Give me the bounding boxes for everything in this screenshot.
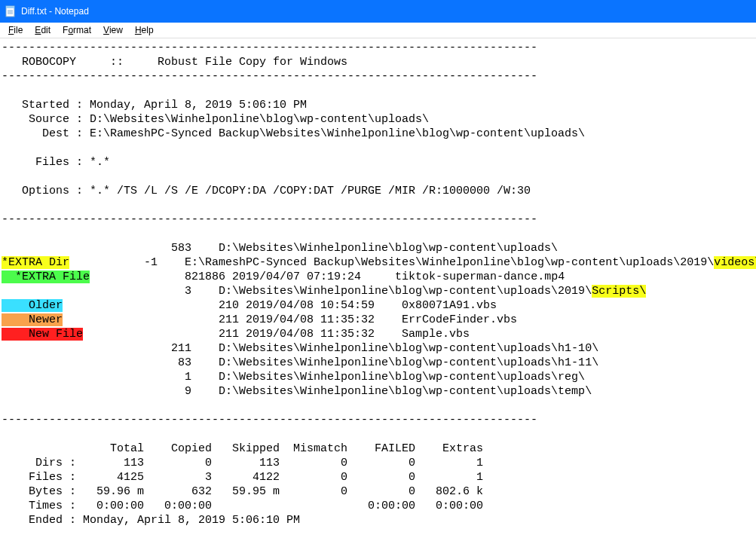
menu-file-rest: ile bbox=[14, 25, 23, 35]
info-dest: Dest : E:\RameshPC-Synced Backup\Website… bbox=[2, 127, 585, 140]
robocopy-header: ROBOCOPY :: Robust File Copy for Windows bbox=[2, 56, 347, 69]
info-source: Source : D:\Websites\Winhelponline\blog\… bbox=[2, 113, 429, 126]
summary-bytes: Bytes : 59.96 m 632 59.95 m 0 0 802.6 k bbox=[2, 485, 483, 498]
dash-rule-4: ----------------------------------------… bbox=[2, 414, 537, 426]
dash-rule-2: ----------------------------------------… bbox=[2, 70, 537, 83]
menu-edit-rest: dit bbox=[41, 25, 51, 35]
row-211: 211 D:\Websites\Winhelponline\blog\wp-co… bbox=[2, 342, 598, 355]
label-new-file: New File bbox=[2, 328, 83, 341]
summary-times: Times : 0:00:00 0:00:00 0:00:00 0:00:00 bbox=[2, 500, 483, 512]
menu-edit[interactable]: Edit bbox=[29, 23, 56, 37]
label-extra-file: *EXTRA File bbox=[2, 270, 90, 283]
menu-file[interactable]: File bbox=[3, 23, 28, 37]
row-extra-dir-mid: -1 E:\RameshPC-Synced Backup\Websites\Wi… bbox=[69, 256, 714, 269]
label-older: Older bbox=[2, 299, 63, 312]
row-583: 583 D:\Websites\Winhelponline\blog\wp-co… bbox=[2, 242, 558, 255]
row-extra-file-rest: 821886 2019/04/07 07:19:24 tiktok-superm… bbox=[90, 270, 565, 283]
dash-rule-3: ----------------------------------------… bbox=[2, 213, 537, 226]
summary-dirs: Dirs : 113 0 113 0 0 1 bbox=[2, 457, 483, 469]
info-options: Options : *.* /TS /L /S /E /DCOPY:DA /CO… bbox=[2, 185, 531, 197]
row-3-pre: 3 D:\Websites\Winhelponline\blog\wp-cont… bbox=[2, 285, 592, 298]
window-title: Diff.txt - Notepad bbox=[21, 6, 89, 17]
row-83: 83 D:\Websites\Winhelponline\blog\wp-con… bbox=[2, 356, 598, 369]
menu-bar: File Edit Format View Help bbox=[0, 23, 756, 38]
summary-ended: Ended : Monday, April 8, 2019 5:06:10 PM bbox=[2, 514, 300, 527]
row-9: 9 D:\Websites\Winhelponline\blog\wp-cont… bbox=[2, 385, 592, 398]
summary-header: Total Copied Skipped Mismatch FAILED Ext… bbox=[2, 442, 483, 455]
svg-rect-1 bbox=[6, 6, 14, 8]
summary-files: Files : 4125 3 4122 0 0 1 bbox=[2, 471, 483, 484]
row-1: 1 D:\Websites\Winhelponline\blog\wp-cont… bbox=[2, 371, 585, 384]
menu-view[interactable]: View bbox=[98, 23, 128, 37]
title-bar: Diff.txt - Notepad bbox=[0, 0, 756, 23]
row-3-tail: Scripts\ bbox=[592, 285, 646, 298]
info-files: Files : *.* bbox=[2, 156, 110, 169]
dash-rule-1: ----------------------------------------… bbox=[2, 41, 537, 54]
info-started: Started : Monday, April 8, 2019 5:06:10 … bbox=[2, 99, 307, 112]
label-extra-dir: *EXTRA Dir bbox=[2, 256, 69, 269]
notepad-icon bbox=[5, 5, 17, 17]
menu-format[interactable]: Format bbox=[57, 23, 96, 37]
text-content[interactable]: ----------------------------------------… bbox=[0, 38, 756, 530]
menu-format-rest: rmat bbox=[73, 25, 91, 35]
menu-help[interactable]: Help bbox=[130, 23, 159, 37]
menu-view-rest: iew bbox=[109, 25, 123, 35]
label-newer: Newer bbox=[2, 313, 63, 326]
row-extra-dir-tail: videos\ bbox=[714, 256, 756, 269]
row-newer-rest: 211 2019/04/08 11:35:32 ErrCodeFinder.vb… bbox=[63, 313, 517, 326]
row-older-rest: 210 2019/04/08 10:54:59 0x80071A91.vbs bbox=[63, 299, 497, 312]
menu-help-rest: elp bbox=[142, 25, 154, 35]
row-newfile-rest: 211 2019/04/08 11:35:32 Sample.vbs bbox=[83, 328, 470, 341]
